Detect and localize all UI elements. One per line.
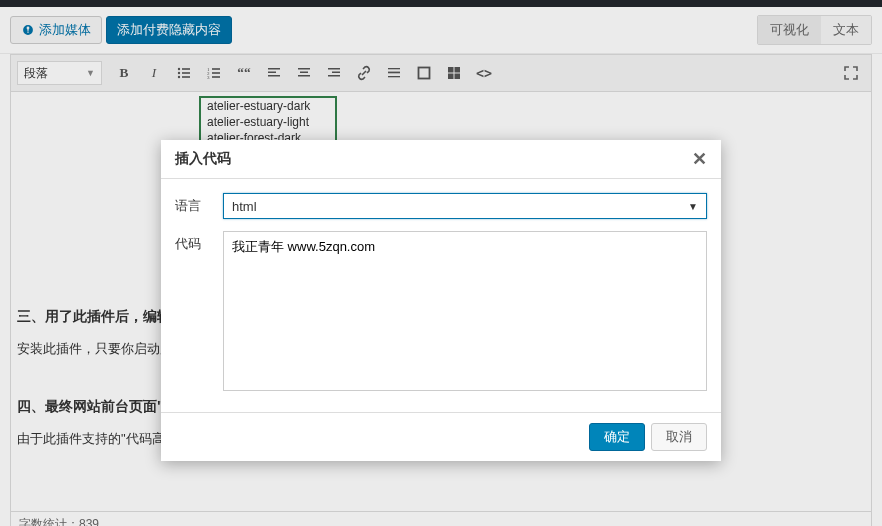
modal-title: 插入代码 (175, 150, 231, 168)
chevron-down-icon: ▼ (688, 201, 698, 212)
code-label: 代码 (175, 231, 223, 253)
language-label: 语言 (175, 193, 223, 215)
close-icon[interactable]: ✕ (692, 150, 707, 168)
ok-button[interactable]: 确定 (589, 423, 645, 451)
modal-overlay[interactable]: 插入代码 ✕ 语言 html ▼ 代码 确定 取消 (0, 0, 882, 526)
cancel-button[interactable]: 取消 (651, 423, 707, 451)
language-select[interactable]: html ▼ (223, 193, 707, 219)
code-textarea[interactable] (223, 231, 707, 391)
language-value: html (232, 199, 257, 214)
insert-code-modal: 插入代码 ✕ 语言 html ▼ 代码 确定 取消 (161, 140, 721, 461)
